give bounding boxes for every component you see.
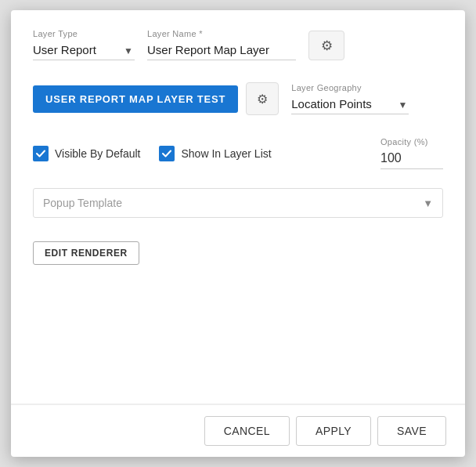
opacity-group: Opacity (%) 100	[380, 137, 443, 169]
map-layer-dialog: Layer Type User Report Static Dynamic ▼ …	[11, 10, 465, 457]
row-layer-type: Layer Type User Report Static Dynamic ▼ …	[33, 29, 443, 60]
row-renderer: EDIT RENDERER	[33, 241, 443, 265]
save-button[interactable]: SAVE	[377, 416, 446, 446]
layer-name-input[interactable]	[147, 42, 296, 60]
cancel-button[interactable]: CANCEL	[204, 416, 290, 446]
row-layer-config: USER REPORT MAP LAYER TEST ⚙ Layer Geogr…	[33, 82, 443, 115]
layer-geography-select[interactable]: Location Points Polygons Lines	[291, 96, 409, 114]
layer-geography-group: Layer Geography Location Points Polygons…	[291, 83, 409, 114]
opacity-value: 100	[380, 150, 443, 169]
layer-type-label: Layer Type	[33, 29, 135, 38]
gear-config-icon: ⚙	[257, 92, 268, 107]
opacity-label: Opacity (%)	[380, 137, 443, 147]
dialog-footer: CANCEL APPLY SAVE	[11, 404, 465, 457]
visible-by-default-checkbox[interactable]	[33, 146, 49, 161]
visible-by-default-label: Visible By Default	[55, 147, 140, 160]
popup-chevron-icon: ▼	[423, 197, 433, 209]
show-in-layer-list-checkbox[interactable]	[159, 146, 175, 161]
layer-geography-label: Layer Geography	[291, 83, 409, 92]
visible-by-default-group: Visible By Default	[33, 146, 140, 161]
layer-type-group: Layer Type User Report Static Dynamic ▼	[33, 29, 135, 60]
row-checks: Visible By Default Show In Layer List Op…	[33, 137, 443, 169]
dialog-content: Layer Type User Report Static Dynamic ▼ …	[11, 10, 465, 404]
layer-name-group: Layer Name *	[147, 29, 296, 60]
apply-button[interactable]: APPLY	[296, 416, 371, 446]
gear-config-button[interactable]: ⚙	[246, 82, 279, 115]
test-button[interactable]: USER REPORT MAP LAYER TEST	[33, 85, 238, 113]
gear-top-button[interactable]: ⚙	[308, 31, 344, 60]
edit-renderer-button[interactable]: EDIT RENDERER	[33, 241, 139, 265]
layer-name-label: Layer Name *	[147, 29, 296, 38]
layer-geography-select-wrapper: Location Points Polygons Lines ▼	[291, 96, 409, 114]
popup-template-placeholder: Popup Template	[43, 197, 122, 209]
show-in-layer-list-group: Show In Layer List	[159, 146, 271, 161]
layer-type-select[interactable]: User Report Static Dynamic	[33, 42, 135, 60]
gear-top-icon: ⚙	[321, 38, 333, 54]
popup-template-dropdown[interactable]: Popup Template ▼	[33, 188, 443, 218]
checkmark-icon-2	[161, 148, 172, 159]
layer-type-select-wrapper: User Report Static Dynamic ▼	[33, 42, 135, 60]
checkmark-icon	[35, 148, 46, 159]
show-in-layer-list-label: Show In Layer List	[181, 147, 271, 160]
